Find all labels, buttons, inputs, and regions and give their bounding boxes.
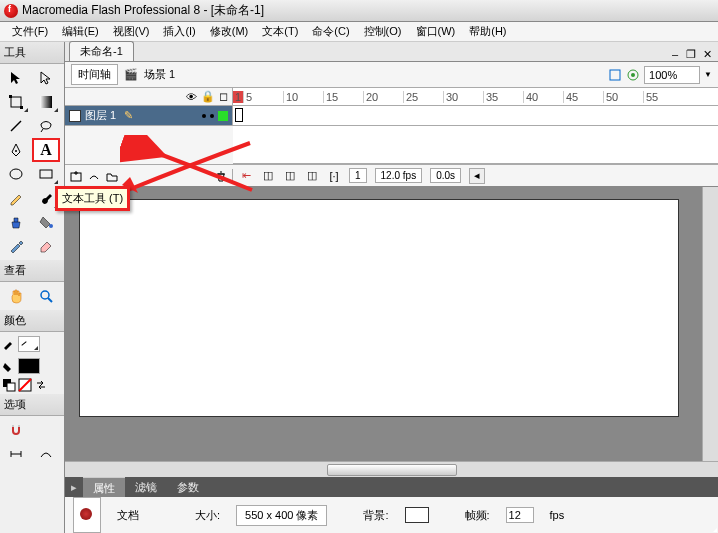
- maximize-button[interactable]: ❐: [684, 47, 698, 61]
- trash-icon: [214, 169, 228, 183]
- chevron-down-icon[interactable]: ▼: [704, 70, 712, 79]
- rectangle-tool[interactable]: [32, 162, 60, 186]
- tools-header[interactable]: 工具: [0, 42, 64, 64]
- line-tool[interactable]: [2, 114, 30, 138]
- scroll-left-button[interactable]: ◂: [469, 168, 485, 184]
- framerate-field[interactable]: 12: [506, 507, 534, 523]
- eraser-tool[interactable]: [32, 234, 60, 258]
- free-transform-tool[interactable]: [2, 90, 30, 114]
- text-tool[interactable]: A: [32, 138, 60, 162]
- stage-area[interactable]: [65, 187, 718, 477]
- zoom-field[interactable]: 100%: [644, 66, 700, 84]
- lock-icon[interactable]: 🔒: [201, 90, 215, 103]
- lock-dot[interactable]: [210, 114, 214, 118]
- minimize-button[interactable]: –: [668, 47, 682, 61]
- background-color-swatch[interactable]: [405, 507, 429, 523]
- menu-help[interactable]: 帮助(H): [463, 22, 512, 41]
- lasso-tool[interactable]: [32, 114, 60, 138]
- no-color-button[interactable]: [18, 378, 32, 392]
- hand-tool[interactable]: [2, 284, 30, 308]
- tools-panel: 工具 A 查看 颜色: [0, 42, 65, 533]
- menu-file[interactable]: 文件(F): [6, 22, 54, 41]
- arrow-icon: [8, 70, 24, 86]
- svg-rect-0: [11, 97, 21, 107]
- menu-view[interactable]: 视图(V): [107, 22, 156, 41]
- vertical-scrollbar[interactable]: [702, 187, 718, 461]
- close-button[interactable]: ✕: [700, 47, 714, 61]
- text-icon: A: [40, 141, 52, 159]
- menu-control[interactable]: 控制(O): [358, 22, 408, 41]
- menu-window[interactable]: 窗口(W): [410, 22, 462, 41]
- horizontal-scrollbar[interactable]: [65, 461, 718, 477]
- edit-symbols-button[interactable]: [626, 68, 640, 82]
- add-layer-button[interactable]: [69, 169, 83, 183]
- onion-outline-button[interactable]: ◫: [283, 169, 297, 183]
- option-smooth[interactable]: [32, 442, 60, 466]
- add-folder-button[interactable]: [105, 169, 119, 183]
- subselection-tool[interactable]: [32, 66, 60, 90]
- frame-strip[interactable]: [233, 106, 718, 125]
- pen-tool[interactable]: [2, 138, 30, 162]
- menu-commands[interactable]: 命令(C): [306, 22, 355, 41]
- svg-rect-2: [20, 106, 23, 109]
- delete-layer-button[interactable]: [214, 169, 228, 183]
- tab-params[interactable]: 参数: [167, 477, 209, 497]
- tab-filters[interactable]: 滤镜: [125, 477, 167, 497]
- folder-icon: [105, 169, 119, 183]
- bw-swatch-button[interactable]: [2, 378, 16, 392]
- frame-ruler[interactable]: 1 5 10 15 20 25 30 35 40 45 50 55: [233, 88, 718, 105]
- eyedropper-tool[interactable]: [2, 234, 30, 258]
- pencil-tool[interactable]: [2, 186, 30, 210]
- scene-name[interactable]: 场景 1: [144, 67, 175, 82]
- bucket-icon: [38, 214, 54, 230]
- straighten-icon: [8, 446, 24, 462]
- outline-icon[interactable]: ◻: [219, 90, 228, 103]
- view-header[interactable]: 查看: [0, 260, 64, 282]
- zoom-tool[interactable]: [32, 284, 60, 308]
- guide-icon: [87, 169, 101, 183]
- onion-markers-button[interactable]: [·]: [327, 169, 341, 183]
- menu-text[interactable]: 文本(T): [256, 22, 304, 41]
- selection-tool[interactable]: [2, 66, 30, 90]
- option-straighten[interactable]: [2, 442, 30, 466]
- menu-insert[interactable]: 插入(I): [157, 22, 201, 41]
- paint-bucket-tool[interactable]: [32, 210, 60, 234]
- keyframe-1[interactable]: [235, 108, 243, 122]
- layer-row[interactable]: 图层 1 ✎: [65, 106, 233, 125]
- svg-rect-16: [18, 425, 20, 427]
- onion-skin-button[interactable]: ◫: [261, 169, 275, 183]
- visibility-dot[interactable]: [202, 114, 206, 118]
- swap-colors-button[interactable]: [34, 378, 48, 392]
- magnifier-icon: [38, 288, 54, 304]
- layer-icon: [69, 110, 81, 122]
- stroke-color-swatch[interactable]: [18, 336, 40, 352]
- document-size-button[interactable]: 550 x 400 像素: [236, 505, 327, 526]
- stage-canvas[interactable]: [79, 199, 679, 417]
- oval-tool[interactable]: [2, 162, 30, 186]
- size-label: 大小:: [195, 508, 220, 523]
- scroll-thumb[interactable]: [327, 464, 457, 476]
- outline-square[interactable]: [218, 111, 228, 121]
- tab-properties[interactable]: 属性: [83, 477, 125, 497]
- panel-collapse-button[interactable]: ▸: [65, 477, 83, 497]
- pencil-stroke-icon: [2, 338, 14, 350]
- eye-icon[interactable]: 👁: [186, 91, 197, 103]
- edit-scene-button[interactable]: [608, 68, 622, 82]
- option-magnet[interactable]: [2, 418, 30, 442]
- fill-color-swatch[interactable]: [18, 358, 40, 374]
- add-guide-button[interactable]: [87, 169, 101, 183]
- ink-bottle-tool[interactable]: [2, 210, 30, 234]
- document-tab[interactable]: 未命名-1: [69, 41, 134, 61]
- edit-multiple-button[interactable]: ◫: [305, 169, 319, 183]
- fps-unit: fps: [550, 509, 565, 521]
- gradient-transform-tool[interactable]: [32, 90, 60, 114]
- menu-edit[interactable]: 编辑(E): [56, 22, 105, 41]
- playhead-marker[interactable]: 1: [233, 91, 243, 103]
- center-frame-button[interactable]: ⇤: [239, 169, 253, 183]
- menu-modify[interactable]: 修改(M): [204, 22, 255, 41]
- colors-header[interactable]: 颜色: [0, 310, 64, 332]
- options-header[interactable]: 选项: [0, 394, 64, 416]
- timeline: 👁 🔒 ◻ 1 5 10 15 20 25 30 35 40: [65, 88, 718, 187]
- timeline-toggle-button[interactable]: 时间轴: [71, 64, 118, 85]
- layer-name[interactable]: 图层 1: [85, 108, 116, 123]
